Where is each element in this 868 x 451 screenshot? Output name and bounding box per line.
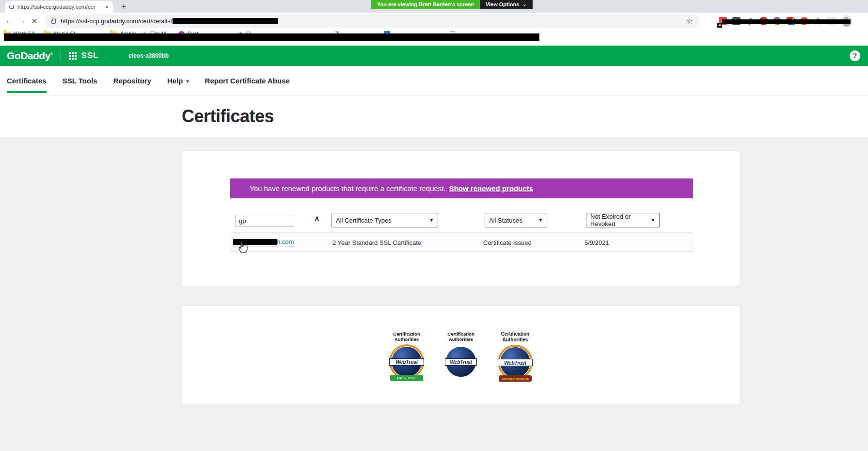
certificates-card: You have renewed products that require a… [182,150,740,286]
seal-brand: WebTrust [389,358,424,366]
seal-badge: WebTrust Extended Validation [497,345,533,384]
webtrust-seal-standard: Certification Authorities WebTrust [439,331,483,384]
seal-brand: WebTrust [498,359,533,366]
expiry-select[interactable]: Not Expired or Revoked ▼ [586,213,660,227]
nav-item-certificates[interactable]: Certificates [7,66,47,95]
extension-badge: 4 [717,23,722,28]
seal-ribbon: Extended Validation [499,375,532,382]
tab-close-icon[interactable]: ✕ [105,4,109,10]
redaction-bar [722,19,851,24]
help-icon[interactable]: ? [850,50,860,61]
certificate-status-cell: Certificate issued [483,239,532,246]
seal-badge: WebTrust [443,344,479,383]
nav-item-report-abuse[interactable]: Report Certificate Abuse [205,66,290,95]
godaddy-logo-text: GoDaddy [7,50,50,61]
seal-title: Certification Authorities [493,331,537,343]
new-tab-button[interactable]: + [121,2,126,11]
seal-title-line2: Authorities [493,337,537,343]
tab-title: https://ssl-ccp.godaddy.com/cer [17,4,102,10]
status-select[interactable]: All Statuses ▼ [485,213,547,227]
seal-title-line1: Certification [439,331,483,337]
view-options-button[interactable]: View Options ⌄ [480,0,533,9]
redaction-bar [4,33,539,41]
nav-item-ssl-tools[interactable]: SSL Tools [63,66,97,95]
seal-ribbon: BR - SSL [390,375,423,381]
godaddy-header: GoDaddy® SSL eleos-a3800bb ? [0,46,868,66]
nav-label: Certificates [7,77,47,85]
chevron-down-icon: ▼ [429,218,434,223]
browser-tab-strip: https://ssl-ccp.godaddy.com/cer ✕ + You … [0,0,868,13]
screen-share-banner: You are viewing Brett Barden's screen Vi… [371,0,533,9]
seal-title-line1: Certification [493,331,537,337]
forward-icon[interactable]: → [16,16,28,25]
content-area: You have renewed products that require a… [0,137,868,451]
chevron-up-icon[interactable]: ∧ [314,214,320,223]
seal-brand: WebTrust [445,358,477,366]
certificate-date-cell: 5/9/2021 [584,239,609,246]
url-omnibox[interactable]: https://ssl-ccp.godaddy.com/cert/details… [45,14,700,28]
chevron-down-icon: ⌄ [522,1,526,8]
seal-title: Certification Authorities [384,331,429,342]
chevron-down-icon: ▾ [187,79,189,84]
divider [61,50,61,62]
search-input[interactable] [235,215,294,227]
loading-spinner-icon [9,4,14,9]
screen-share-message: You are viewing Brett Barden's screen [371,0,480,9]
view-options-label: View Options [486,1,519,8]
seals-card: Certification Authorities WebTrust BR - … [182,306,740,405]
webtrust-seal-extended-validation: Certification Authorities WebTrust Exten… [493,331,537,384]
product-name[interactable]: SSL [81,51,98,61]
status-value: All Statuses [489,217,522,224]
nav-label: Repository [113,77,151,85]
domain-suffix: h.com [277,238,294,245]
seal-title-line2: Authorities [439,337,483,342]
expiry-value: Not Expired or Revoked [590,213,647,227]
url-text: https://ssl-ccp.godaddy.com/cert/details… [61,17,278,25]
certificate-type-select[interactable]: All Certificate Types ▼ [331,213,438,227]
nav-item-repository[interactable]: Repository [113,66,151,95]
page-title: Certificates [182,106,274,127]
nav-label: Help [167,77,183,85]
seal-title-line1: Certification [384,331,429,337]
back-icon[interactable]: ← [3,16,16,25]
certificate-type-cell: 2 Year Standard SSL Certificate [332,239,421,246]
seal-title: Certification Authorities [439,331,483,342]
browser-address-bar: ← → ✕ https://ssl-ccp.godaddy.com/cert/d… [0,13,868,29]
webtrust-seals: Certification Authorities WebTrust BR - … [182,306,740,384]
chevron-down-icon: ▼ [538,218,543,223]
account-name: eleos-a3800bb [128,52,169,59]
registered-mark: ® [50,52,53,56]
browser-tab[interactable]: https://ssl-ccp.godaddy.com/cer ✕ [5,1,113,13]
nav-label: Report Certificate Abuse [205,77,290,85]
webtrust-seal-br-ssl: Certification Authorities WebTrust BR - … [384,331,429,384]
stop-icon[interactable]: ✕ [28,16,41,26]
hand-cursor-icon [236,241,249,256]
show-renewed-products-link[interactable]: Show renewed products [449,184,533,193]
title-section: Certificates [0,96,868,137]
seal-title-line2: Authorities [384,337,429,342]
grid-icon[interactable] [69,52,77,60]
redaction-bar [173,18,278,24]
certificate-row[interactable]: h.com 2 Year Standard SSL Certificate Ce… [230,232,693,252]
seal-badge: WebTrust BR - SSL [389,344,425,383]
alert-message: You have renewed products that require a… [250,184,446,193]
product-nav: Certificates SSL Tools Repository Help▾ … [0,66,868,96]
godaddy-logo[interactable]: GoDaddy® [7,50,53,62]
url-prefix: https://ssl-ccp.godaddy.com/cert/details… [61,17,172,25]
chevron-down-icon: ▼ [651,218,655,223]
nav-item-help[interactable]: Help▾ [167,66,189,95]
certificate-type-value: All Certificate Types [336,217,392,224]
bookmarks-bar: Work Sit Music St Archiv ★Fire M Syst ★S… [0,29,868,46]
screen: https://ssl-ccp.godaddy.com/cer ✕ + You … [0,0,868,451]
renewed-products-alert: You have renewed products that require a… [230,178,693,198]
nav-label: SSL Tools [63,77,97,85]
bookmark-star-icon[interactable]: ☆ [686,16,693,26]
lock-icon[interactable] [51,20,56,24]
